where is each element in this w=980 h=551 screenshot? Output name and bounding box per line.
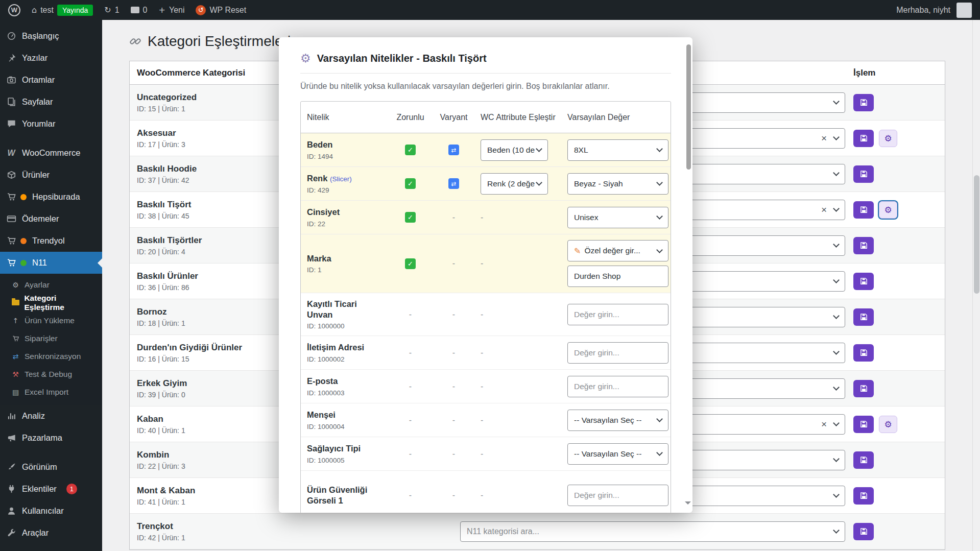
default-value-input[interactable]: [567, 485, 668, 506]
page-scrollbar[interactable]: [972, 20, 980, 551]
sidebar-item-urunler[interactable]: Ürünler: [0, 164, 102, 186]
submenu-item-label: Ürün Yükleme: [25, 316, 75, 325]
sidebar-item-yazilar[interactable]: Yazılar: [0, 47, 102, 69]
save-button[interactable]: [853, 94, 874, 111]
variant-shuffle-icon: ⇄: [448, 145, 459, 155]
user-greeting[interactable]: Merhaba, niyht: [896, 6, 950, 15]
tools-icon: [6, 528, 16, 538]
n11-dot-icon: [20, 260, 27, 266]
sidebar-item-woocommerce[interactable]: W WooCommerce: [0, 142, 102, 164]
wc-attribute-value: Renk (2 değe: [487, 179, 535, 188]
default-value-select[interactable]: Unisex: [567, 207, 668, 228]
modal-scrollbar-thumb[interactable]: [686, 44, 691, 170]
col-nitelik: Nitelik: [301, 108, 388, 127]
megaphone-icon: [6, 433, 16, 443]
chevron-down-icon: [833, 348, 840, 355]
default-value-select[interactable]: -- Varsayılan Seç --: [567, 443, 668, 465]
sidebar-item-eklentiler[interactable]: Eklentiler 1: [0, 478, 102, 500]
no-wc-attr-dash: -: [481, 491, 483, 499]
wp-reset-menu[interactable]: ↺ WP Reset: [196, 5, 246, 15]
submenu-item-label: Siparişler: [25, 334, 58, 343]
submenu-item-urun-yukleme[interactable]: ↑ Ürün Yükleme: [0, 312, 102, 329]
folder-icon: [11, 300, 19, 305]
site-menu[interactable]: ⌂ test Yayında: [32, 5, 93, 16]
submenu-item-test-debug[interactable]: ⚒ Test & Debug: [0, 365, 102, 383]
sidebar-item-gorunum[interactable]: Görünüm: [0, 456, 102, 478]
save-button[interactable]: [853, 165, 874, 183]
save-button[interactable]: [853, 237, 874, 254]
attributes-gear-button[interactable]: ⚙: [879, 416, 897, 433]
sidebar-item-hepsiburada[interactable]: Hepsiburada: [0, 186, 102, 208]
wp-logo-menu[interactable]: W: [8, 4, 20, 16]
new-content-menu[interactable]: + Yeni: [159, 5, 185, 15]
comments-menu[interactable]: 0: [131, 6, 148, 15]
save-button[interactable]: [853, 416, 874, 433]
sidebar-item-araclar[interactable]: Araçlar: [0, 522, 102, 544]
save-button[interactable]: [853, 201, 874, 219]
default-value-input[interactable]: [567, 342, 668, 364]
sidebar-item-n11[interactable]: N11: [0, 252, 102, 274]
updates-menu[interactable]: ↻ 1: [104, 5, 119, 15]
sidebar-item-label: Ürünler: [22, 170, 50, 180]
sidebar-item-yorumlar[interactable]: Yorumlar: [0, 113, 102, 135]
save-button[interactable]: [853, 273, 874, 290]
save-button[interactable]: [853, 487, 874, 505]
submenu-item-ayarlar[interactable]: ⚙ Ayarlar: [0, 276, 102, 294]
avatar[interactable]: [957, 3, 972, 18]
sidebar-item-kullanicilar[interactable]: Kullanıcılar: [0, 500, 102, 522]
sidebar-item-label: Sayfalar: [22, 97, 53, 107]
page-scrollbar-thumb[interactable]: [974, 175, 979, 294]
attribute-suffix[interactable]: (Slicer): [330, 175, 352, 183]
attribute-name: Renk (Slicer): [307, 173, 384, 184]
default-value-select[interactable]: ✎Özel değer gir...: [567, 240, 668, 261]
save-button[interactable]: [853, 451, 874, 469]
clear-selection-icon[interactable]: ×: [821, 133, 834, 144]
required-check-icon: ✓: [405, 258, 416, 269]
submenu-item-senkronizasyon[interactable]: ⇄ Senkronizasyon: [0, 347, 102, 365]
save-button[interactable]: [853, 380, 874, 397]
custom-value-input[interactable]: [567, 266, 668, 287]
save-button[interactable]: [853, 523, 874, 540]
comments-icon: [131, 7, 139, 13]
wc-attribute-value: Beden (10 de: [487, 146, 535, 155]
default-value-input[interactable]: [567, 376, 668, 397]
default-value: -- Varsayılan Seç --: [574, 449, 641, 459]
wc-attribute-select[interactable]: Renk (2 değe: [481, 173, 548, 195]
save-button[interactable]: [853, 344, 874, 362]
attributes-gear-button[interactable]: ⚙: [879, 201, 897, 219]
default-value: Beyaz - Siyah: [574, 179, 623, 188]
save-button[interactable]: [853, 308, 874, 326]
default-value-select[interactable]: Beyaz - Siyah: [567, 173, 668, 195]
sidebar-item-trendyol[interactable]: Trendyol: [0, 230, 102, 252]
sidebar-item-baslangic[interactable]: Başlangıç: [0, 25, 102, 47]
save-button[interactable]: [853, 130, 874, 147]
default-value-select[interactable]: -- Varsayılan Seç --: [567, 410, 668, 431]
sidebar-item-label: Eklentiler: [22, 484, 57, 494]
default-value-input[interactable]: [567, 304, 668, 325]
attribute-name: Ürün Güvenliği Görseli 1: [307, 485, 378, 506]
chevron-down-icon: [833, 98, 840, 105]
clear-selection-icon[interactable]: ×: [821, 419, 834, 430]
n11-category-select[interactable]: N11 kategorisi ara...: [460, 521, 845, 542]
submenu-item-kategori-eslestirme[interactable]: Kategori Eşleştirme: [0, 294, 102, 312]
attribute-name: E-posta: [307, 376, 384, 387]
sidebar-item-analiz[interactable]: Analiz: [0, 405, 102, 427]
sidebar-item-sayfalar[interactable]: Sayfalar: [0, 91, 102, 113]
wc-attribute-select[interactable]: Beden (10 de: [481, 139, 548, 161]
analytics-icon: [6, 411, 16, 421]
default-value-select[interactable]: 8XL: [567, 139, 668, 161]
attributes-gear-button[interactable]: ⚙: [879, 130, 897, 147]
sidebar-item-odemeler[interactable]: Ödemeler: [0, 208, 102, 230]
pencil-icon: ✎: [574, 246, 581, 256]
clear-selection-icon[interactable]: ×: [821, 204, 834, 215]
modal-scrollbar[interactable]: [686, 41, 691, 509]
no-variant-dash: -: [452, 416, 455, 424]
sidebar-item-ortamlar[interactable]: Ortamlar: [0, 69, 102, 91]
sidebar-item-pazarlama[interactable]: Pazarlama: [0, 427, 102, 449]
scroll-down-arrow-icon[interactable]: [685, 501, 691, 508]
modal-title: Varsayılan Nitelikler - Baskılı Tişört: [317, 53, 487, 64]
attribute-id: ID: 1000000: [307, 322, 384, 330]
submenu-item-excel-import[interactable]: ▤ Excel Import: [0, 383, 102, 401]
submenu-item-siparisler[interactable]: Siparişler: [0, 329, 102, 347]
attribute-id: ID: 429: [307, 186, 384, 194]
